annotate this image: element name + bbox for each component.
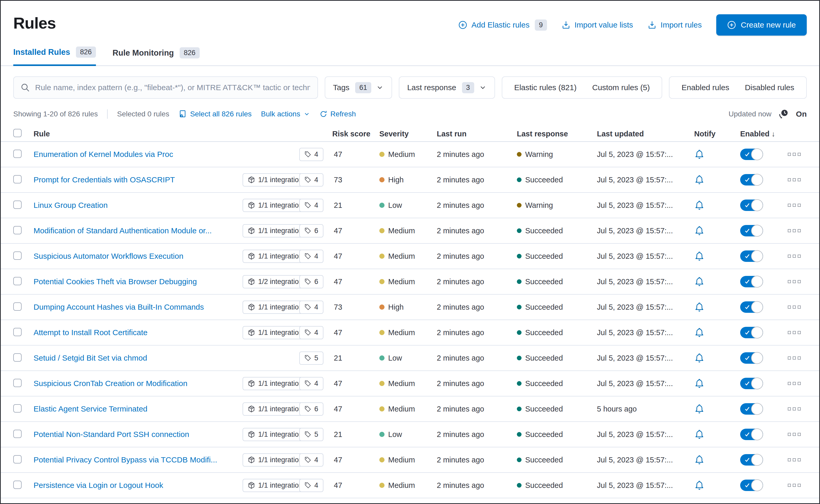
tags-badge[interactable]: 4 — [299, 377, 323, 390]
select-all-checkbox[interactable] — [13, 129, 22, 137]
rule-name-link[interactable]: Potential Cookies Theft via Browser Debu… — [34, 277, 243, 286]
notify-bell-button[interactable] — [690, 302, 740, 312]
row-checkbox[interactable] — [13, 226, 22, 234]
row-checkbox[interactable] — [13, 175, 22, 183]
tags-badge[interactable]: 4 — [299, 479, 323, 492]
tags-badge[interactable]: 4 — [299, 199, 323, 212]
enabled-toggle[interactable] — [740, 174, 763, 185]
row-actions-button[interactable] — [782, 458, 807, 461]
row-checkbox[interactable] — [13, 201, 22, 209]
row-actions-button[interactable] — [782, 229, 807, 232]
enabled-toggle[interactable] — [740, 301, 763, 313]
row-checkbox[interactable] — [13, 481, 22, 489]
column-header-severity[interactable]: Severity — [379, 130, 437, 138]
column-header-last-response[interactable]: Last response — [517, 130, 597, 138]
disabled-rules-filter[interactable]: Disabled rules — [737, 83, 802, 92]
rule-name-link[interactable]: Modification of Standard Authentication … — [34, 226, 243, 235]
last-response-filter[interactable]: Last response 3 — [399, 76, 495, 99]
select-all-button[interactable]: Select all 826 rules — [178, 110, 252, 118]
rule-name-link[interactable]: Dumping Account Hashes via Built-In Comm… — [34, 303, 243, 311]
enabled-toggle[interactable] — [740, 429, 763, 440]
enabled-toggle[interactable] — [740, 352, 763, 364]
column-header-last-run[interactable]: Last run — [437, 130, 517, 138]
enabled-toggle[interactable] — [740, 200, 763, 211]
notify-bell-button[interactable] — [690, 149, 740, 160]
notify-bell-button[interactable] — [690, 276, 740, 287]
notify-bell-button[interactable] — [690, 200, 740, 210]
rule-name-link[interactable]: Enumeration of Kernel Modules via Proc — [34, 150, 243, 159]
column-header-risk-score[interactable]: Risk score — [332, 130, 379, 138]
enabled-rules-filter[interactable]: Enabled rules — [674, 83, 737, 92]
enabled-toggle[interactable] — [740, 149, 763, 160]
row-checkbox[interactable] — [13, 353, 22, 362]
tags-badge[interactable]: 6 — [299, 224, 323, 237]
add-elastic-rules-button[interactable]: Add Elastic rules 9 — [458, 19, 547, 31]
row-actions-button[interactable] — [782, 178, 807, 181]
row-actions-button[interactable] — [782, 484, 807, 487]
notify-bell-button[interactable] — [690, 327, 740, 338]
tab-installed-rules[interactable]: Installed Rules 826 — [13, 47, 96, 66]
row-checkbox[interactable] — [13, 379, 22, 387]
enabled-toggle[interactable] — [740, 480, 763, 491]
tags-badge[interactable]: 5 — [299, 352, 323, 365]
create-new-rule-button[interactable]: Create new rule — [716, 14, 807, 36]
custom-rules-filter[interactable]: Custom rules (5) — [584, 83, 658, 92]
notify-bell-button[interactable] — [690, 378, 740, 389]
import-rules-button[interactable]: Import rules — [648, 21, 702, 29]
tab-rule-monitoring[interactable]: Rule Monitoring 826 — [112, 47, 200, 66]
rule-name-link[interactable]: Prompt for Credentials with OSASCRIPT — [34, 175, 243, 184]
row-checkbox[interactable] — [13, 251, 22, 260]
rule-name-link[interactable]: Potential Privacy Control Bypass via TCC… — [34, 455, 243, 464]
tags-badge[interactable]: 4 — [299, 250, 323, 263]
row-checkbox[interactable] — [13, 455, 22, 463]
tags-badge[interactable]: 4 — [299, 301, 323, 314]
tags-badge[interactable]: 4 — [299, 173, 323, 187]
rule-name-link[interactable]: Elastic Agent Service Terminated — [34, 404, 243, 413]
tags-badge[interactable]: 4 — [299, 453, 323, 467]
row-actions-button[interactable] — [782, 407, 807, 410]
row-actions-button[interactable] — [782, 306, 807, 309]
search-input[interactable] — [35, 83, 311, 92]
tags-badge[interactable]: 4 — [299, 326, 323, 339]
auto-refresh-on-label[interactable]: On — [796, 110, 807, 118]
rule-name-link[interactable]: Attempt to Install Root Certificate — [34, 328, 243, 337]
row-actions-button[interactable] — [782, 356, 807, 360]
notify-bell-button[interactable] — [690, 353, 740, 363]
rule-name-link[interactable]: Persistence via Login or Logout Hook — [34, 481, 243, 490]
elastic-rules-filter[interactable]: Elastic rules (821) — [506, 83, 584, 92]
tags-badge[interactable]: 6 — [299, 402, 323, 416]
enabled-toggle[interactable] — [740, 276, 763, 287]
row-checkbox[interactable] — [13, 404, 22, 413]
column-header-last-updated[interactable]: Last updated — [597, 130, 690, 138]
import-value-lists-button[interactable]: Import value lists — [561, 21, 633, 29]
enabled-toggle[interactable] — [740, 225, 763, 236]
column-header-enabled[interactable]: Enabled↓ — [740, 130, 782, 138]
row-actions-button[interactable] — [782, 382, 807, 385]
enabled-toggle[interactable] — [740, 403, 763, 415]
row-actions-button[interactable] — [782, 204, 807, 207]
row-checkbox[interactable] — [13, 430, 22, 438]
enabled-toggle[interactable] — [740, 378, 763, 389]
enabled-toggle[interactable] — [740, 250, 763, 262]
tags-badge[interactable]: 6 — [299, 275, 323, 288]
row-checkbox[interactable] — [13, 277, 22, 285]
rule-name-link[interactable]: Suspicious Automator Workflows Execution — [34, 252, 243, 261]
row-checkbox[interactable] — [13, 150, 22, 158]
row-checkbox[interactable] — [13, 328, 22, 336]
notify-bell-button[interactable] — [690, 429, 740, 440]
row-actions-button[interactable] — [782, 331, 807, 334]
row-checkbox[interactable] — [13, 302, 22, 311]
tags-badge[interactable]: 4 — [299, 148, 323, 161]
row-actions-button[interactable] — [782, 255, 807, 258]
refresh-button[interactable]: Refresh — [320, 110, 356, 118]
clock-refresh-icon[interactable] — [778, 109, 789, 120]
rule-name-link[interactable]: Potential Non-Standard Port SSH connecti… — [34, 430, 243, 439]
enabled-toggle[interactable] — [740, 327, 763, 338]
row-actions-button[interactable] — [782, 153, 807, 156]
notify-bell-button[interactable] — [690, 226, 740, 236]
notify-bell-button[interactable] — [690, 455, 740, 465]
notify-bell-button[interactable] — [690, 480, 740, 490]
rule-name-link[interactable]: Linux Group Creation — [34, 201, 243, 210]
bulk-actions-button[interactable]: Bulk actions — [261, 110, 310, 118]
column-header-rule[interactable]: Rule — [34, 130, 243, 138]
